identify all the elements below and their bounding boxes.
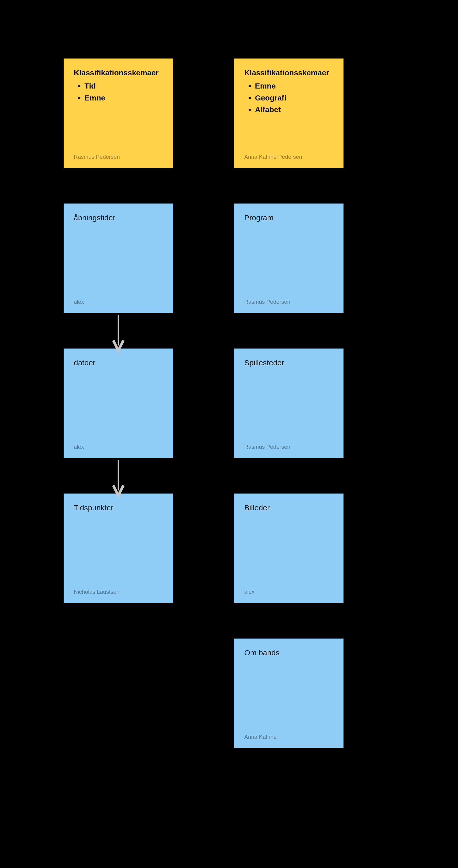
note-author: alex (74, 444, 163, 450)
bullet-list: Emne Geografi Alfabet (244, 80, 333, 116)
note-author: Rasmus Pedersen (74, 154, 163, 160)
bullet-item: Emne (255, 80, 333, 92)
left-note-1[interactable]: datoer alex (64, 348, 173, 458)
note-author: Rasmus Pedersen (244, 444, 333, 450)
note-author: Anna Katrine (244, 734, 333, 740)
note-title: åbningstider (74, 213, 163, 223)
left-note-2[interactable]: Tidspunkter Nicholas Laustsen (64, 494, 173, 603)
note-author: Anna Katrine Pedersen (244, 154, 333, 160)
right-note-3[interactable]: Om bands Anna Katrine (234, 639, 343, 748)
right-note-2[interactable]: Billeder alex (234, 494, 343, 603)
note-author: alex (74, 299, 163, 305)
right-note-1[interactable]: Spillesteder Rasmus Pedersen (234, 348, 343, 458)
bullet-item: Tid (85, 80, 163, 92)
bullet-item: Emne (85, 92, 163, 104)
bullet-item: Alfabet (255, 104, 333, 116)
note-title: Tidspunkter (74, 503, 163, 513)
header-note-left[interactable]: Klassifikationsskemaer Tid Emne Rasmus P… (64, 59, 173, 168)
bullet-item: Geografi (255, 92, 333, 104)
bullet-list: Tid Emne (74, 80, 163, 104)
note-author: Nicholas Laustsen (74, 589, 163, 595)
note-title: Spillesteder (244, 358, 333, 368)
note-heading: Klassifikationsskemaer (74, 68, 163, 78)
note-title: datoer (74, 358, 163, 368)
note-heading: Klassifikationsskemaer (244, 68, 333, 78)
right-note-0[interactable]: Program Rasmus Pedersen (234, 204, 343, 313)
header-note-right[interactable]: Klassifikationsskemaer Emne Geografi Alf… (234, 59, 343, 168)
note-author: Rasmus Pedersen (244, 299, 333, 305)
diagram-canvas[interactable]: Klassifikationsskemaer Tid Emne Rasmus P… (0, 0, 458, 868)
note-title: Billeder (244, 503, 333, 513)
note-title: Program (244, 213, 333, 223)
left-note-0[interactable]: åbningstider alex (64, 204, 173, 313)
note-title: Om bands (244, 648, 333, 658)
note-author: alex (244, 589, 333, 595)
